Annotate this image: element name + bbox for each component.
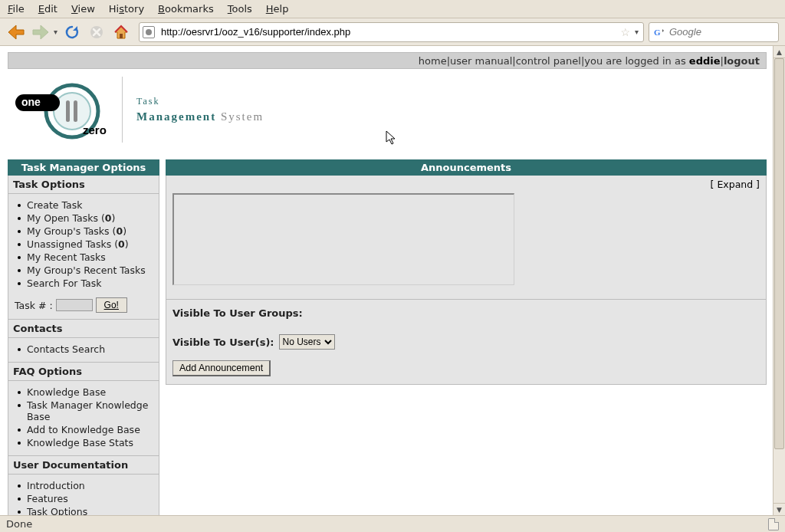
search-input[interactable]	[668, 25, 785, 38]
menu-tools[interactable]: Tools	[228, 3, 252, 15]
add-announcement-button[interactable]: Add Announcement	[172, 360, 271, 376]
brand-divider	[122, 77, 123, 143]
branding-row: one zero Task Management System	[8, 69, 767, 159]
section-faq-head: FAQ Options	[8, 363, 159, 381]
url-bar[interactable]: document.querySelector('[data-name="url-…	[139, 22, 644, 42]
history-dropdown-icon[interactable]: ▾	[54, 28, 57, 36]
announcements-title: Announcements	[166, 159, 767, 176]
main-panel: Announcements [ Expand ] Visible To User…	[166, 159, 767, 515]
sidebar-docs-item-0[interactable]: Introduction	[11, 479, 156, 492]
vertical-scrollbar[interactable]: ▲ ▼	[773, 46, 785, 515]
task-go-button[interactable]: Go!	[96, 297, 127, 313]
menu-help[interactable]: Help	[266, 3, 289, 15]
svg-text:G: G	[654, 28, 661, 37]
svg-text:zero: zero	[83, 123, 107, 136]
link-user-manual[interactable]: user manual	[450, 55, 512, 67]
sidebar-task-item-5[interactable]: My Group's Recent Tasks	[11, 264, 156, 277]
page-top-links: home | user manual | control panel | you…	[8, 52, 767, 69]
expand-link[interactable]: [ Expand ]	[711, 179, 760, 190]
search-bar[interactable]: G	[649, 22, 779, 42]
menu-view[interactable]: View	[71, 3, 95, 15]
sidebar-faq-item-3[interactable]: Knowledge Base Stats	[11, 436, 156, 449]
sidebar-task-item-4[interactable]: My Recent Tasks	[11, 251, 156, 264]
stop-button[interactable]	[87, 22, 107, 42]
section-task-options-head: Task Options	[8, 176, 159, 194]
sidebar-docs-item-2[interactable]: Task Options	[11, 505, 156, 515]
menu-bookmarks[interactable]: Bookmarks	[158, 3, 214, 15]
svg-text:one: one	[21, 96, 41, 108]
visible-to-users-select[interactable]: No Users	[279, 334, 335, 350]
url-history-dropdown-icon[interactable]: ▾	[635, 28, 640, 36]
sidebar-faq-item-1[interactable]: Task Manager Knowledge Base	[11, 399, 156, 423]
status-bar: Done	[0, 515, 785, 532]
link-home[interactable]: home	[419, 55, 447, 67]
search-engine-icon[interactable]: G	[652, 26, 665, 38]
browser-toolbar: ▾ document.querySelector('[data-name="ur…	[0, 18, 785, 46]
sidebar-title: Task Manager Options	[8, 159, 159, 176]
forward-button[interactable]	[31, 22, 51, 42]
link-control-panel[interactable]: control panel	[516, 55, 581, 67]
sidebar-faq-item-0[interactable]: Knowledge Base	[11, 386, 156, 399]
one-zero-logo: one zero	[12, 79, 108, 140]
sidebar-task-item-0[interactable]: Create Task	[11, 199, 156, 212]
sidebar-task-item-1[interactable]: My Open Tasks (0)	[11, 212, 156, 225]
current-user: eddie	[689, 55, 721, 67]
visible-to-users-label: Visible To User(s):	[172, 337, 274, 348]
sidebar-contacts-item-0[interactable]: Contacts Search	[11, 343, 156, 356]
home-button[interactable]	[111, 22, 131, 42]
reload-button[interactable]	[62, 22, 82, 42]
sidebar-docs-item-1[interactable]: Features	[11, 492, 156, 505]
sidebar: Task Manager Options Task Options Create…	[8, 159, 159, 515]
browser-menu-bar: File Edit View History Bookmarks Tools H…	[0, 0, 785, 18]
svg-rect-9	[74, 100, 77, 122]
logged-in-text: you are logged in as eddie	[584, 55, 720, 67]
svg-rect-1	[120, 34, 123, 38]
back-button[interactable]	[6, 22, 26, 42]
announcement-separator	[166, 299, 766, 300]
bookmark-star-icon[interactable]: ☆	[620, 26, 630, 38]
task-number-input[interactable]	[56, 299, 93, 311]
status-text: Done	[6, 518, 32, 530]
announcement-textarea[interactable]	[172, 193, 514, 285]
sidebar-faq-item-2[interactable]: Add to Knowledge Base	[11, 423, 156, 436]
page-info-icon[interactable]	[768, 518, 779, 530]
brand-text: Task Management System	[136, 96, 264, 123]
site-identity-icon[interactable]	[143, 26, 155, 38]
section-docs-head: User Documentation	[8, 456, 159, 475]
visible-to-groups-label: Visible To User Groups:	[172, 307, 760, 334]
task-number-label: Task # :	[15, 300, 53, 311]
sidebar-task-item-6[interactable]: Search For Task	[11, 277, 156, 290]
menu-file[interactable]: File	[8, 3, 25, 15]
sidebar-task-item-3[interactable]: Unassigned Tasks (0)	[11, 238, 156, 251]
menu-history[interactable]: History	[109, 3, 144, 15]
viewport: ▲ ▼ home | user manual | control panel |…	[0, 46, 785, 515]
section-contacts-head: Contacts	[8, 320, 159, 338]
link-logout[interactable]: logout	[724, 55, 760, 67]
menu-edit[interactable]: Edit	[38, 3, 57, 15]
url-input[interactable]	[159, 25, 616, 38]
svg-rect-8	[66, 100, 70, 122]
sidebar-task-item-2[interactable]: My Group's Tasks (0)	[11, 225, 156, 238]
